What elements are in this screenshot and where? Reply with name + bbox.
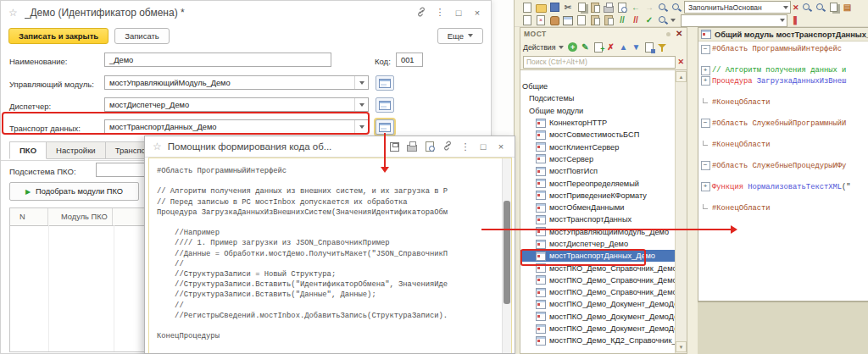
list-settings-icon[interactable] [643, 41, 655, 53]
copy-fragment-icon[interactable] [589, 14, 601, 26]
favorite-star-icon[interactable]: ☆ [153, 141, 162, 152]
find-in-module-icon[interactable] [657, 14, 669, 26]
tree-item[interactable]: мостПКО_Демо_Справочник_ДемоСправ [520, 274, 675, 286]
module-editor-header[interactable]: Общий модуль мостТранспортДанных_Демо: [698, 28, 868, 41]
module-document-icon[interactable] [576, 14, 587, 26]
move-up-icon[interactable]: ▲ [618, 41, 630, 53]
managing-module-combobox[interactable]: мостУправляющийМодуль_Демо [104, 75, 369, 90]
tree-item[interactable]: мостСовместимостьБСП [520, 129, 675, 141]
dialog-titlebar[interactable]: ☆ Помощник формирования кода об... ⋮ □ × [145, 136, 515, 158]
edit-item-icon[interactable]: ✎ [580, 41, 592, 53]
tree-item[interactable]: мостТранспортДанных [520, 213, 675, 225]
open-managing-module-button[interactable] [376, 75, 394, 91]
fold-marker-icon[interactable]: − [701, 119, 710, 128]
chevron-down-icon[interactable] [354, 76, 368, 89]
tree-item[interactable]: мостСервер [520, 153, 675, 165]
chevron-down-icon[interactable] [354, 98, 368, 111]
more-button[interactable]: Еще [437, 28, 483, 44]
generated-code-text[interactable]: #Область ПрограммныйИнтерфейс // Алгорит… [149, 158, 511, 353]
comment-lines-icon[interactable]: // [616, 14, 628, 26]
tree-item[interactable]: мостПереопределяемый [520, 177, 675, 189]
tree-item[interactable]: мостДиспетчер_Демо [520, 238, 675, 250]
text-document-icon[interactable] [521, 14, 533, 26]
scroll-up-icon[interactable]: ▲ [676, 71, 687, 82]
modified-doc-icon[interactable]: ▤ [842, 2, 854, 14]
code-field[interactable]: 001 [396, 53, 423, 67]
open-dispatcher-button[interactable] [376, 97, 394, 113]
find-icon[interactable] [657, 2, 669, 14]
new-document-icon[interactable] [521, 2, 533, 14]
close-icon[interactable]: × [495, 141, 507, 152]
save-icon[interactable] [388, 141, 400, 152]
paste-icon[interactable] [589, 2, 601, 14]
zoom-in-icon[interactable] [801, 2, 813, 14]
fill-based-on-combobox[interactable]: ЗаполнитьНаОснован [684, 1, 791, 14]
copy-block-icon[interactable] [828, 2, 840, 14]
clear-search-icon[interactable]: ✕ [677, 58, 684, 66]
tree-item[interactable]: мостУправляющийМодуль_Демо [520, 226, 675, 238]
tree-item-selected[interactable]: мостТранспортДанных_Демо [520, 250, 675, 262]
tree-item[interactable]: КоннекторHTTP [520, 117, 675, 129]
open-file-icon[interactable] [535, 2, 547, 14]
maximize-icon[interactable]: □ [477, 141, 489, 152]
link-icon[interactable] [442, 141, 453, 152]
bookmark-icon[interactable]: ❚ [789, 14, 801, 26]
add-item-icon[interactable] [567, 41, 579, 53]
chevron-down-icon[interactable] [354, 120, 368, 133]
dialog-scrollbar[interactable] [502, 158, 511, 353]
scrollbar-thumb[interactable] [504, 201, 510, 304]
dialog-code-area[interactable]: #Область ПрограммныйИнтерфейс // Алгорит… [148, 158, 512, 353]
name-field[interactable]: _Демо [104, 53, 331, 67]
search-input[interactable] [523, 56, 676, 69]
print-preview-icon[interactable] [616, 2, 628, 14]
tab-settings[interactable]: Настройки [47, 141, 106, 159]
fold-marker-icon[interactable]: − [701, 161, 710, 170]
syntax-check-icon[interactable] [643, 14, 655, 26]
copy-item-icon[interactable] [593, 41, 604, 53]
procedures-combobox[interactable] [681, 14, 787, 27]
scroll-down-icon[interactable]: ▼ [676, 341, 687, 352]
tab-pko[interactable]: ПКО [9, 141, 47, 159]
tree-item[interactable]: мостПКО_Демо_Документ_ДемоДокуме [520, 311, 675, 323]
actions-menu[interactable]: Действия [523, 43, 556, 52]
tree-item[interactable]: Подсистемы [520, 92, 675, 104]
tree-item[interactable]: мостПКО_Демо_Документ_ДемоДокуме [520, 323, 675, 335]
nav-forward-icon[interactable]: → [643, 2, 655, 14]
pick-pko-modules-button[interactable]: ▶ Подобрать модули ПКО [9, 182, 139, 201]
fold-marker-icon[interactable]: + [701, 66, 710, 75]
tree-item[interactable]: мостОбменДанными [520, 202, 675, 213]
tree-item[interactable]: мостКлиентСервер [520, 141, 675, 152]
tree-item[interactable]: мостПКО_Демо_Документ_ДемоДокуме [520, 298, 675, 310]
filter-icon[interactable] [656, 41, 668, 53]
find-next-icon[interactable] [670, 2, 682, 14]
binary-data-icon[interactable] [548, 14, 560, 26]
clear-icon[interactable]: ✕ [793, 3, 799, 12]
tree-item[interactable]: мостПКО_Демо_КД2_Справочник_Демо [520, 335, 675, 346]
spreadsheet-document-icon[interactable] [535, 14, 547, 26]
fold-marker-icon[interactable]: + [701, 76, 710, 86]
module-code-area[interactable]: −#Область ПрограммныйИнтерфейс+// Алгори… [698, 41, 868, 301]
fold-marker-icon[interactable]: + [701, 182, 710, 191]
chevron-down-icon[interactable] [670, 19, 676, 22]
close-icon[interactable]: × [471, 8, 483, 18]
data-transport-combobox[interactable]: мостТранспортДанных_Демо [104, 119, 369, 134]
paste-fragment-icon[interactable] [603, 14, 615, 26]
print-icon[interactable] [603, 2, 615, 14]
tree-scrollbar[interactable]: ▲ ▼ [675, 70, 687, 353]
maximize-icon[interactable]: □ [453, 8, 465, 18]
pin-icon[interactable] [666, 32, 670, 36]
delete-item-icon[interactable]: ✗ [605, 41, 617, 53]
tree-item[interactable]: мостПовтИсп [520, 165, 675, 177]
save-button[interactable]: Записать [114, 28, 170, 44]
table-document-icon[interactable] [562, 14, 574, 26]
cut-icon[interactable]: ✂ [562, 2, 574, 14]
tree-item[interactable]: мостПКО_Демо_Справочник_ДемоСправ [520, 262, 675, 274]
chevron-down-icon[interactable] [783, 6, 788, 9]
nav-back-icon[interactable]: ← [630, 2, 642, 14]
window-titlebar[interactable]: ☆ _Демо (Идентификатор обмена) * ⋮ □ × [1, 1, 491, 24]
chevron-down-icon[interactable] [559, 46, 564, 49]
zoom-out-icon[interactable] [815, 2, 826, 14]
save-icon[interactable] [548, 2, 560, 14]
move-down-icon[interactable]: ▼ [631, 41, 643, 53]
chevron-down-icon[interactable] [780, 19, 785, 22]
